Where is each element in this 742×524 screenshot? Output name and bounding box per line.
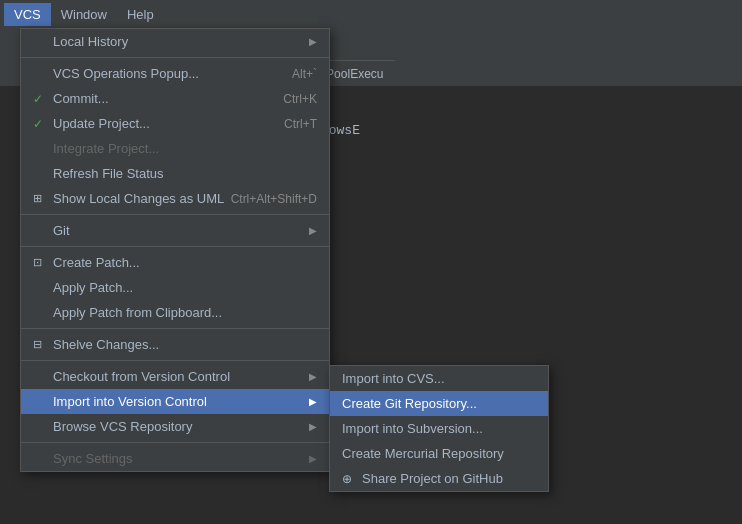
shelve-icon: ⊟ <box>33 338 49 351</box>
refresh-label: Refresh File Status <box>53 166 164 181</box>
import-cvs-label: Import into CVS... <box>342 371 445 386</box>
menu-local-history[interactable]: Local History ▶ <box>21 29 329 54</box>
commit-check-icon: ✓ <box>33 92 49 106</box>
menu-show-changes[interactable]: ⊞ Show Local Changes as UML Ctrl+Alt+Shi… <box>21 186 329 211</box>
import-svn-label: Import into Subversion... <box>342 421 483 436</box>
menu-vcs-operations[interactable]: VCS Operations Popup... Alt+` <box>21 61 329 86</box>
menu-integrate: Integrate Project... <box>21 136 329 161</box>
import-submenu: Import into CVS... Create Git Repository… <box>329 365 549 492</box>
apply-patch-label: Apply Patch... <box>53 280 133 295</box>
vcs-operations-label: VCS Operations Popup... <box>53 66 199 81</box>
menu-import[interactable]: Import into Version Control ▶ <box>21 389 329 414</box>
commit-shortcut: Ctrl+K <box>283 92 317 106</box>
menu-update[interactable]: ✓ Update Project... Ctrl+T <box>21 111 329 136</box>
menu-window[interactable]: Window <box>51 3 117 26</box>
separator-5 <box>21 360 329 361</box>
share-github-label: Share Project on GitHub <box>362 471 503 486</box>
menu-git[interactable]: Git ▶ <box>21 218 329 243</box>
commit-label: Commit... <box>53 91 109 106</box>
vcs-operations-shortcut: Alt+` <box>292 67 317 81</box>
menu-browse[interactable]: Browse VCS Repository ▶ <box>21 414 329 439</box>
menu-create-patch[interactable]: ⊡ Create Patch... <box>21 250 329 275</box>
submenu-import-cvs[interactable]: Import into CVS... <box>330 366 548 391</box>
checkout-label: Checkout from Version Control <box>53 369 230 384</box>
menu-sync: Sync Settings ▶ <box>21 446 329 471</box>
submenu-share-github[interactable]: ⊕ Share Project on GitHub <box>330 466 548 491</box>
separator-4 <box>21 328 329 329</box>
menu-apply-patch-clipboard[interactable]: Apply Patch from Clipboard... <box>21 300 329 325</box>
import-label: Import into Version Control <box>53 394 207 409</box>
separator-1 <box>21 57 329 58</box>
show-changes-shortcut: Ctrl+Alt+Shift+D <box>231 192 317 206</box>
menu-help[interactable]: Help <box>117 3 164 26</box>
sync-label: Sync Settings <box>53 451 133 466</box>
create-patch-label: Create Patch... <box>53 255 140 270</box>
update-label: Update Project... <box>53 116 150 131</box>
code-exception: E <box>352 120 360 142</box>
create-mercurial-label: Create Mercurial Repository <box>342 446 504 461</box>
separator-3 <box>21 246 329 247</box>
uml-icon: ⊞ <box>33 192 49 205</box>
shelve-label: Shelve Changes... <box>53 337 159 352</box>
submenu-arrow-browse: ▶ <box>309 421 317 432</box>
show-changes-label: Show Local Changes as UML <box>53 191 224 206</box>
separator-2 <box>21 214 329 215</box>
update-shortcut: Ctrl+T <box>284 117 317 131</box>
update-check-icon: ✓ <box>33 117 49 131</box>
submenu-arrow-checkout: ▶ <box>309 371 317 382</box>
menu-refresh[interactable]: Refresh File Status <box>21 161 329 186</box>
submenu-arrow-import: ▶ <box>309 396 317 407</box>
separator-6 <box>21 442 329 443</box>
vcs-dropdown-menu: Local History ▶ VCS Operations Popup... … <box>20 28 330 472</box>
submenu-arrow-sync: ▶ <box>309 453 317 464</box>
browse-label: Browse VCS Repository <box>53 419 192 434</box>
integrate-label: Integrate Project... <box>53 141 159 156</box>
submenu-arrow-git: ▶ <box>309 225 317 236</box>
submenu-create-mercurial[interactable]: Create Mercurial Repository <box>330 441 548 466</box>
menu-vcs[interactable]: VCS <box>4 3 51 26</box>
submenu-create-git[interactable]: Create Git Repository... <box>330 391 548 416</box>
apply-patch-clipboard-label: Apply Patch from Clipboard... <box>53 305 222 320</box>
local-history-label: Local History <box>53 34 128 49</box>
git-label: Git <box>53 223 70 238</box>
submenu-import-svn[interactable]: Import into Subversion... <box>330 416 548 441</box>
create-git-label: Create Git Repository... <box>342 396 477 411</box>
patch-icon: ⊡ <box>33 256 49 269</box>
menu-bar: VCS Window Help <box>0 0 742 28</box>
submenu-arrow-1: ▶ <box>309 36 317 47</box>
menu-commit[interactable]: ✓ Commit... Ctrl+K <box>21 86 329 111</box>
menu-apply-patch[interactable]: Apply Patch... <box>21 275 329 300</box>
menu-checkout[interactable]: Checkout from Version Control ▶ <box>21 364 329 389</box>
github-icon: ⊕ <box>342 472 358 486</box>
menu-shelve[interactable]: ⊟ Shelve Changes... <box>21 332 329 357</box>
